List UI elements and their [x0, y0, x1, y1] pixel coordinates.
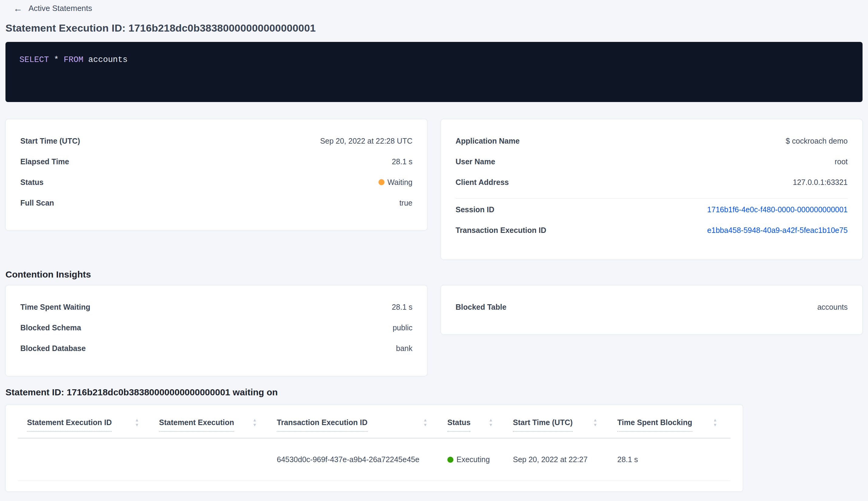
contention-insights-heading: Contention Insights [6, 269, 862, 280]
blocked-schema-label: Blocked Schema [20, 323, 81, 332]
sort-asc-icon: ▲ [135, 418, 139, 422]
client-address-row: Client Address 127.0.0.1:63321 [456, 178, 848, 187]
status-text: Executing [456, 455, 490, 464]
blocked-table-card: Blocked Table accounts [441, 285, 862, 334]
overview-cards-row: Start Time (UTC) Sep 20, 2022 at 22:28 U… [6, 119, 862, 259]
statement-execution-page: ← Active Statements Statement Execution … [0, 0, 868, 492]
transaction-execution-id-row: Transaction Execution ID e1bba458-5948-4… [456, 226, 848, 235]
user-name-value: root [835, 157, 848, 166]
contention-cards-row: Time Spent Waiting 28.1 s Blocked Schema… [6, 285, 862, 376]
sort-arrows-icon: ▲ ▼ [489, 418, 493, 427]
full-scan-row: Full Scan true [20, 198, 412, 207]
session-id-link[interactable]: 1716b1f6-4e0c-f480-0000-000000000001 [707, 205, 848, 214]
start-time-value: Sep 20, 2022 at 22:28 UTC [320, 137, 412, 146]
status-label: Status [20, 178, 43, 187]
waiting-on-table: Statement Execution ID ▲ ▼ Statement Exe… [6, 405, 743, 492]
blocked-database-row: Blocked Database bank [20, 344, 412, 353]
column-header-time-spent-blocking[interactable]: Time Spent Blocking ▲ ▼ [608, 418, 728, 432]
sort-desc-icon: ▼ [135, 423, 139, 427]
sort-asc-icon: ▲ [252, 418, 257, 422]
page-title: Statement Execution ID: 1716b218dc0b3838… [6, 22, 862, 34]
contention-details-card: Time Spent Waiting 28.1 s Blocked Schema… [6, 285, 427, 376]
sort-arrows-icon: ▲ ▼ [593, 418, 597, 427]
cell-start-time: Sep 20, 2022 at 22:27 [504, 455, 608, 464]
sort-desc-icon: ▼ [593, 423, 597, 427]
transaction-execution-id-link[interactable]: e1bba458-5948-40a9-a42f-5feac1b10e75 [707, 226, 848, 235]
blocked-table-value: accounts [817, 303, 848, 311]
sort-desc-icon: ▼ [423, 423, 427, 427]
transaction-execution-id-label: Transaction Execution ID [456, 226, 546, 235]
status-value: Waiting [378, 178, 412, 187]
cell-transaction-execution-id: 64530d0c-969f-437e-a9b4-26a72245e45e [268, 455, 438, 464]
elapsed-time-value: 28.1 s [392, 157, 412, 166]
sort-asc-icon: ▲ [489, 418, 493, 422]
blocked-table-row: Blocked Table accounts [456, 302, 848, 311]
session-id-row: Session ID 1716b1f6-4e0c-f480-0000-00000… [456, 205, 848, 214]
blocked-database-label: Blocked Database [20, 344, 86, 353]
session-card-divider [456, 198, 848, 199]
sort-desc-icon: ▼ [489, 423, 493, 427]
waiting-on-heading: Statement ID: 1716b218dc0b38380000000000… [6, 387, 862, 397]
sql-statement-text: SELECT * FROM accounts [19, 55, 849, 64]
column-header-statement-execution-id[interactable]: Statement Execution ID ▲ ▼ [18, 418, 150, 432]
status-row: Status Waiting [20, 178, 412, 187]
sql-table-name: accounts [84, 55, 128, 64]
blocked-schema-value: public [393, 323, 412, 332]
sort-arrows-icon: ▲ ▼ [713, 418, 717, 427]
sort-asc-icon: ▲ [713, 418, 717, 422]
sort-asc-icon: ▲ [423, 418, 427, 422]
table-row: 64530d0c-969f-437e-a9b4-26a72245e45e Exe… [18, 438, 730, 481]
client-address-value: 127.0.0.1:63321 [793, 178, 848, 187]
session-details-card: Application Name $ cockroach demo User N… [441, 119, 862, 259]
cell-status: Executing [438, 455, 504, 464]
table-header-row: Statement Execution ID ▲ ▼ Statement Exe… [18, 405, 730, 438]
start-time-row: Start Time (UTC) Sep 20, 2022 at 22:28 U… [20, 136, 412, 146]
full-scan-label: Full Scan [20, 199, 54, 207]
sort-asc-icon: ▲ [593, 418, 597, 422]
column-header-statement-execution[interactable]: Statement Execution ▲ ▼ [150, 418, 268, 432]
column-label: Time Spent Blocking [617, 418, 692, 432]
elapsed-time-row: Elapsed Time 28.1 s [20, 157, 412, 166]
application-name-value: $ cockroach demo [786, 137, 848, 146]
breadcrumb-label: Active Statements [29, 4, 92, 13]
application-name-label: Application Name [456, 137, 520, 146]
column-label: Start Time (UTC) [513, 418, 573, 432]
user-name-row: User Name root [456, 157, 848, 166]
column-label: Statement Execution ID [27, 418, 112, 432]
executing-status-dot-icon [447, 457, 453, 463]
sort-arrows-icon: ▲ ▼ [423, 418, 427, 427]
time-spent-waiting-value: 28.1 s [392, 303, 412, 311]
status-text: Waiting [388, 178, 412, 187]
sort-arrows-icon: ▲ ▼ [135, 418, 139, 427]
sort-desc-icon: ▼ [713, 423, 717, 427]
column-header-start-time[interactable]: Start Time (UTC) ▲ ▼ [504, 418, 608, 432]
column-header-transaction-execution-id[interactable]: Transaction Execution ID ▲ ▼ [268, 418, 438, 432]
column-label: Transaction Execution ID [277, 418, 368, 432]
column-header-status[interactable]: Status ▲ ▼ [438, 418, 504, 432]
blocked-table-label: Blocked Table [456, 303, 507, 311]
elapsed-time-label: Elapsed Time [20, 157, 69, 166]
blocked-schema-row: Blocked Schema public [20, 323, 412, 332]
sql-keyword-from: FROM [64, 55, 84, 64]
blocked-database-value: bank [396, 344, 412, 353]
sql-keyword-select: SELECT [19, 55, 49, 64]
column-label: Statement Execution [159, 418, 234, 432]
time-spent-waiting-row: Time Spent Waiting 28.1 s [20, 302, 412, 311]
waiting-status-dot-icon [378, 179, 384, 185]
application-name-row: Application Name $ cockroach demo [456, 136, 848, 146]
time-spent-waiting-label: Time Spent Waiting [20, 303, 90, 311]
sort-arrows-icon: ▲ ▼ [252, 418, 257, 427]
column-label: Status [447, 418, 470, 432]
sort-desc-icon: ▼ [252, 423, 257, 427]
sql-star: * [49, 55, 64, 64]
start-time-label: Start Time (UTC) [20, 137, 80, 146]
execution-details-card: Start Time (UTC) Sep 20, 2022 at 22:28 U… [6, 119, 427, 231]
back-link-active-statements[interactable]: ← Active Statements [13, 0, 92, 13]
full-scan-value: true [399, 199, 412, 207]
session-id-label: Session ID [456, 205, 495, 214]
sql-statement-box: SELECT * FROM accounts [6, 42, 862, 102]
cell-time-spent-blocking: 28.1 s [608, 455, 728, 464]
back-arrow-icon: ← [13, 4, 22, 12]
user-name-label: User Name [456, 157, 495, 166]
client-address-label: Client Address [456, 178, 509, 187]
